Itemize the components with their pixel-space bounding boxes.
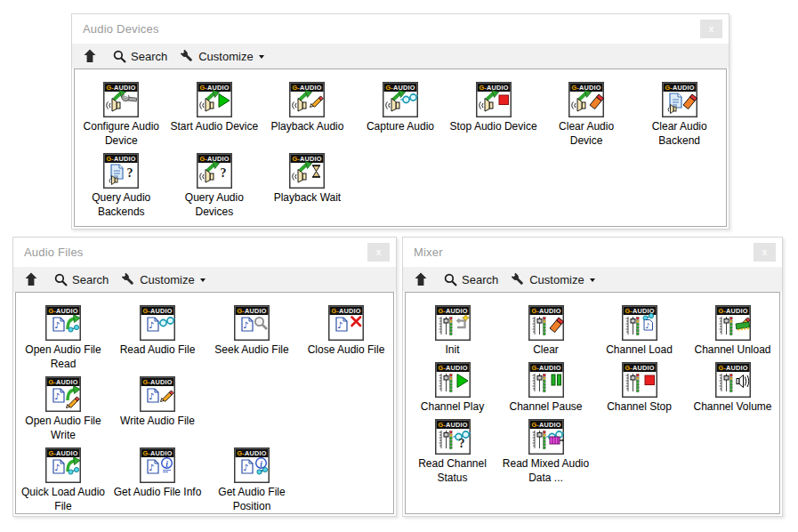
- chevron-down-icon: [259, 55, 264, 59]
- palette-item-label: Close Audio File: [308, 343, 385, 357]
- svg-text:♪: ♪: [243, 320, 248, 330]
- palette-item-get-audio-file-position[interactable]: G-AUDIO♪i Get Audio File Position: [205, 444, 299, 514]
- palette-item-capture-audio[interactable]: G-AUDIO Capture Audio: [354, 78, 447, 149]
- svg-text:G-AUDIO: G-AUDIO: [718, 307, 747, 315]
- palette-item-write-audio-file[interactable]: G-AUDIO♪ Write Audio File: [110, 373, 205, 444]
- palette-item-clear[interactable]: G-AUDIO Clear: [499, 302, 592, 359]
- svg-text:♪: ♪: [149, 463, 154, 472]
- configure-audio-device-icon: G-AUDIO: [103, 82, 139, 117]
- palette-item-init[interactable]: G-AUDIO Init: [406, 302, 499, 359]
- svg-text:G-AUDIO: G-AUDIO: [531, 421, 560, 429]
- palette-content: G-AUDIO♪ Open Audio File Read G-AUDIO♪ R…: [15, 292, 394, 514]
- svg-text:♪: ♪: [54, 463, 60, 472]
- open-audio-file-read-icon: G-AUDIO♪: [45, 305, 81, 341]
- palette-item-label: Stop Audio Device: [450, 119, 537, 133]
- palette-item-query-audio-devices[interactable]: G-AUDIO? Query Audio Devices: [168, 149, 262, 221]
- palette-item-quick-load-audio-file[interactable]: G-AUDIO♪ Quick Load Audio File: [16, 444, 110, 514]
- palette-item-clear-audio-device[interactable]: G-AUDIO Clear Audio Device: [540, 78, 633, 149]
- palette-item-channel-pause[interactable]: G-AUDIO Channel Pause: [499, 359, 592, 415]
- start-audio-device-icon: G-AUDIO: [197, 82, 232, 117]
- palette-item-clear-audio-backend[interactable]: G-AUDIO Clear Audio Backend: [633, 78, 726, 149]
- palette-window-audio-files: Audio Files x Search Customize G-AUDIO♪ …: [12, 237, 397, 517]
- palette-item-label: Open Audio File Write: [19, 414, 108, 442]
- channel-stop-icon: G-AUDIO: [622, 362, 657, 398]
- palette-item-channel-unload[interactable]: G-AUDIO Channel Unload: [686, 302, 779, 359]
- playback-audio-icon: G-AUDIO: [289, 82, 325, 117]
- search-label: Search: [72, 273, 109, 286]
- palette-item-read-audio-file[interactable]: G-AUDIO♪ Read Audio File: [110, 302, 205, 373]
- palette-item-close-audio-file[interactable]: G-AUDIO♪ Close Audio File: [299, 302, 393, 373]
- titlebar[interactable]: Audio Devices x: [72, 14, 729, 44]
- palette-item-label: Channel Volume: [693, 399, 771, 414]
- palette-item-seek-audio-file[interactable]: G-AUDIO♪ Seek Audio File: [205, 302, 299, 373]
- palette-item-label: Playback Audio: [270, 119, 343, 133]
- palette-item-configure-audio-device[interactable]: G-AUDIO Configure Audio Device: [75, 78, 168, 149]
- palette-item-query-audio-backends[interactable]: G-AUDIO? Query Audio Backends: [75, 149, 168, 221]
- search-button[interactable]: Search: [108, 47, 173, 66]
- palette-item-read-channel-status[interactable]: G-AUDIO? Read Channel Status: [406, 415, 499, 487]
- search-label: Search: [131, 50, 167, 63]
- channel-load-icon: G-AUDIO♪: [622, 305, 657, 341]
- customize-button[interactable]: Customize: [116, 270, 210, 289]
- close-button[interactable]: x: [700, 20, 722, 38]
- clear-icon: G-AUDIO: [528, 305, 564, 341]
- capture-audio-icon: G-AUDIO: [383, 82, 418, 117]
- search-button[interactable]: Search: [49, 270, 114, 289]
- up-arrow-icon: [415, 272, 427, 286]
- up-button[interactable]: [20, 270, 42, 289]
- get-audio-file-info-icon: G-AUDIO♪i: [140, 447, 175, 483]
- palette-item-open-audio-file-read[interactable]: G-AUDIO♪ Open Audio File Read: [16, 302, 110, 373]
- svg-text:i: i: [260, 460, 262, 469]
- channel-volume-icon: G-AUDIO: [715, 362, 751, 398]
- titlebar[interactable]: Audio Files x: [13, 238, 396, 267]
- palette-item-label: Playback Wait: [274, 190, 342, 205]
- palette-item-label: Query Audio Devices: [170, 190, 259, 219]
- query-audio-devices-icon: G-AUDIO?: [197, 153, 232, 189]
- wrench-icon: [511, 272, 525, 286]
- palette-item-read-mixed-audio-data[interactable]: G-AUDIO Read Mixed Audio Data ...: [499, 415, 592, 487]
- svg-text:G-AUDIO: G-AUDIO: [142, 307, 172, 315]
- chevron-down-icon: [200, 278, 206, 282]
- customize-button[interactable]: Customize: [505, 270, 600, 289]
- svg-text:?: ?: [220, 166, 226, 180]
- up-button[interactable]: [410, 270, 431, 289]
- palette-item-stop-audio-device[interactable]: G-AUDIO Stop Audio Device: [447, 78, 540, 149]
- palette-item-get-audio-file-info[interactable]: G-AUDIO♪i Get Audio File Info: [110, 444, 205, 514]
- palette-item-label: Get Audio File Position: [207, 485, 296, 513]
- palette-item-open-audio-file-write[interactable]: G-AUDIO♪ Open Audio File Write: [16, 373, 110, 444]
- palette-content: G-AUDIO Configure Audio Device G-AUDIO S…: [74, 69, 727, 227]
- palette-item-channel-load[interactable]: G-AUDIO♪ Channel Load: [592, 302, 686, 359]
- customize-button[interactable]: Customize: [174, 46, 269, 66]
- svg-text:♪: ♪: [645, 322, 649, 330]
- svg-text:♪: ♪: [54, 320, 60, 330]
- palette-window-mixer: Mixer x Search Customize G-AUDIO Init G-…: [402, 237, 783, 517]
- titlebar[interactable]: Mixer x: [403, 238, 782, 267]
- svg-text:G-AUDIO: G-AUDIO: [331, 307, 360, 315]
- palette-item-label: Channel Unload: [694, 343, 770, 357]
- palette-item-label: Read Mixed Audio Data ...: [502, 456, 591, 485]
- quick-load-audio-file-icon: G-AUDIO♪: [45, 447, 81, 483]
- svg-text:G-AUDIO: G-AUDIO: [438, 307, 467, 315]
- palette-item-playback-audio[interactable]: G-AUDIO Playback Audio: [261, 78, 354, 149]
- palette-item-label: Clear: [533, 343, 559, 357]
- palette-item-start-audio-device[interactable]: G-AUDIO Start Audio Device: [168, 78, 262, 149]
- up-button[interactable]: [79, 46, 101, 66]
- search-button[interactable]: Search: [439, 270, 504, 289]
- palette-item-channel-play[interactable]: G-AUDIO Channel Play: [406, 359, 499, 415]
- svg-text:G-AUDIO: G-AUDIO: [142, 378, 172, 386]
- svg-text:G-AUDIO: G-AUDIO: [48, 378, 77, 386]
- palette-item-channel-stop[interactable]: G-AUDIO Channel Stop: [592, 359, 686, 415]
- palette-item-playback-wait[interactable]: G-AUDIO Playback Wait: [261, 149, 354, 221]
- window-title: Mixer: [414, 246, 754, 259]
- close-button[interactable]: x: [367, 243, 390, 262]
- palette-item-label: Query Audio Backends: [77, 190, 165, 219]
- svg-text:?: ?: [127, 166, 133, 180]
- palette-item-channel-volume[interactable]: G-AUDIO Channel Volume: [686, 359, 779, 415]
- read-audio-file-icon: G-AUDIO♪: [140, 305, 175, 341]
- palette-item-label: Init: [445, 343, 459, 357]
- svg-text:G-AUDIO: G-AUDIO: [48, 307, 77, 315]
- svg-text:♪: ♪: [243, 463, 248, 472]
- close-button[interactable]: x: [754, 243, 776, 262]
- svg-text:G-AUDIO: G-AUDIO: [531, 364, 560, 372]
- wrench-icon: [121, 272, 135, 286]
